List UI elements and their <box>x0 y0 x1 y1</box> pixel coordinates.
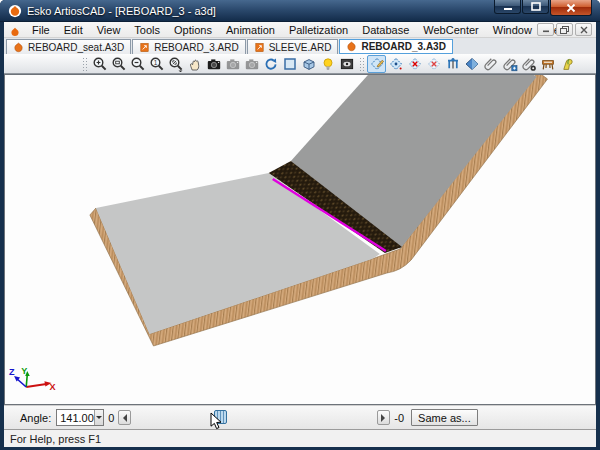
toolbar-empty-area <box>7 56 79 72</box>
light-source-icon <box>320 56 336 72</box>
mdi-close-button[interactable] <box>575 23 592 36</box>
menu-tools[interactable]: Tools <box>127 23 167 37</box>
attach-copy-icon <box>502 56 518 72</box>
angle-value: 141.00 <box>57 412 94 424</box>
toolbar-grip[interactable] <box>82 57 87 71</box>
menu-window[interactable]: Window <box>486 23 539 37</box>
snapshot-button[interactable] <box>204 55 223 73</box>
view-toolbar: 1 <box>90 55 356 73</box>
menu-webcenter[interactable]: WebCenter <box>416 23 485 37</box>
menu-view[interactable]: View <box>90 23 128 37</box>
zoom-rectangle-button[interactable] <box>109 55 128 73</box>
fold-toolbar <box>367 55 576 73</box>
application-window: Esko ArtiosCAD - [REBOARD_3 - a3d] FileE… <box>0 0 600 450</box>
minimize-button[interactable] <box>494 0 521 14</box>
angle-bar: Angle: 141.00 0 -0 Same as... <box>4 405 596 429</box>
menu-palletization[interactable]: Palletization <box>282 23 355 37</box>
tab-reboard_seat.a3d[interactable]: REBOARD_seat.A3D <box>6 39 131 54</box>
wireframe-view-icon <box>282 56 298 72</box>
design-file-icon <box>139 42 150 53</box>
zoom-out-button[interactable] <box>128 55 147 73</box>
menu-database[interactable]: Database <box>355 23 416 37</box>
angle-step-down-button[interactable] <box>118 410 131 425</box>
axis-y-label: Y <box>21 366 27 376</box>
zoom-fit-button[interactable] <box>166 55 185 73</box>
zoom-one-to-one-icon: 1 <box>149 56 165 72</box>
angle-dropdown-icon[interactable] <box>94 410 103 425</box>
maximize-button[interactable] <box>522 0 549 14</box>
tab-sleeve.ard[interactable]: SLEEVE.ARD <box>247 39 339 54</box>
pan-button[interactable] <box>185 55 204 73</box>
tab-reboard_3.a3d[interactable]: REBOARD_3.A3D <box>339 39 452 54</box>
angle-input[interactable]: 141.00 <box>56 409 104 426</box>
attach-settings-icon <box>521 56 537 72</box>
fold-angle-button[interactable] <box>367 55 386 73</box>
wireframe-view-button[interactable] <box>280 55 299 73</box>
3d-scene[interactable]: Z Y X <box>5 75 595 404</box>
attach-button[interactable] <box>481 55 500 73</box>
3d-viewport[interactable]: Z Y X <box>4 74 596 405</box>
pin-part-button[interactable] <box>443 55 462 73</box>
rotate-view-button[interactable] <box>261 55 280 73</box>
angle-step-up-button[interactable] <box>377 410 390 425</box>
pin-part-icon <box>445 56 461 72</box>
menubar: FileEditViewToolsOptionsAnimationPalleti… <box>4 22 596 38</box>
tab-label: REBOARD_seat.A3D <box>28 42 124 53</box>
tab-label: REBOARD_3.ARD <box>154 42 238 53</box>
axis-z-label: Z <box>9 367 15 377</box>
unfold-icon <box>407 56 423 72</box>
rotate-view-icon <box>263 56 279 72</box>
solid-render-button[interactable] <box>299 55 318 73</box>
titlebar[interactable]: Esko ArtiosCAD - [REBOARD_3 - a3d] <box>0 0 600 22</box>
fold-toolbar-grip[interactable] <box>359 57 364 71</box>
corrugated-board[interactable] <box>90 75 548 346</box>
status-text: For Help, press F1 <box>10 433 101 445</box>
close-button[interactable] <box>550 0 592 16</box>
export-snapshot-icon <box>244 56 260 72</box>
flatten-icon <box>464 56 480 72</box>
document-tabbar: REBOARD_seat.A3DREBOARD_3.ARDSLEEVE.ARDR… <box>4 38 596 54</box>
menu-options[interactable]: Options <box>167 23 219 37</box>
mdi-window-buttons <box>537 23 592 36</box>
attach-icon <box>483 56 499 72</box>
tab-reboard_3.ard[interactable]: REBOARD_3.ARD <box>132 39 245 54</box>
unfold-button[interactable] <box>405 55 424 73</box>
pan-icon <box>187 56 203 72</box>
menu-file[interactable]: File <box>25 23 57 37</box>
mouse-cursor <box>210 412 223 431</box>
mdi-restore-button[interactable] <box>556 23 573 36</box>
same-as-button[interactable]: Same as... <box>411 409 478 426</box>
render-options-button[interactable] <box>337 55 356 73</box>
attach-copy-button[interactable] <box>500 55 519 73</box>
stand-button[interactable] <box>538 55 557 73</box>
flatten-button[interactable] <box>462 55 481 73</box>
same-as-label: Same as... <box>418 412 471 424</box>
light-source-button[interactable] <box>318 55 337 73</box>
angle-slider[interactable] <box>134 406 374 429</box>
toolbar: 1 <box>4 54 596 74</box>
solid-render-icon <box>301 56 317 72</box>
zoom-rectangle-icon <box>111 56 127 72</box>
curl-button[interactable] <box>557 55 576 73</box>
angle-label: Angle: <box>20 412 51 424</box>
render-options-icon <box>339 56 355 72</box>
menu-edit[interactable]: Edit <box>57 23 90 37</box>
zoom-one-to-one-button[interactable]: 1 <box>147 55 166 73</box>
copy-snapshot-icon <box>225 56 241 72</box>
model3d-file-icon <box>346 41 357 52</box>
status-bar: For Help, press F1 <box>4 429 596 447</box>
model3d-file-icon <box>13 42 24 53</box>
mdi-minimize-button[interactable] <box>537 23 554 36</box>
snapshot-icon <box>206 56 222 72</box>
unfold-all-button[interactable] <box>424 55 443 73</box>
fold-to-angle-button[interactable] <box>386 55 405 73</box>
menu-animation[interactable]: Animation <box>219 23 282 37</box>
zoom-in-button[interactable] <box>90 55 109 73</box>
fold-angle-icon <box>369 56 385 72</box>
stand-icon <box>540 56 556 72</box>
slider-max-label: -0 <box>394 412 404 424</box>
fold-to-angle-icon <box>388 56 404 72</box>
document-app-icon <box>9 24 21 36</box>
design-file-icon <box>254 42 265 53</box>
attach-settings-button[interactable] <box>519 55 538 73</box>
